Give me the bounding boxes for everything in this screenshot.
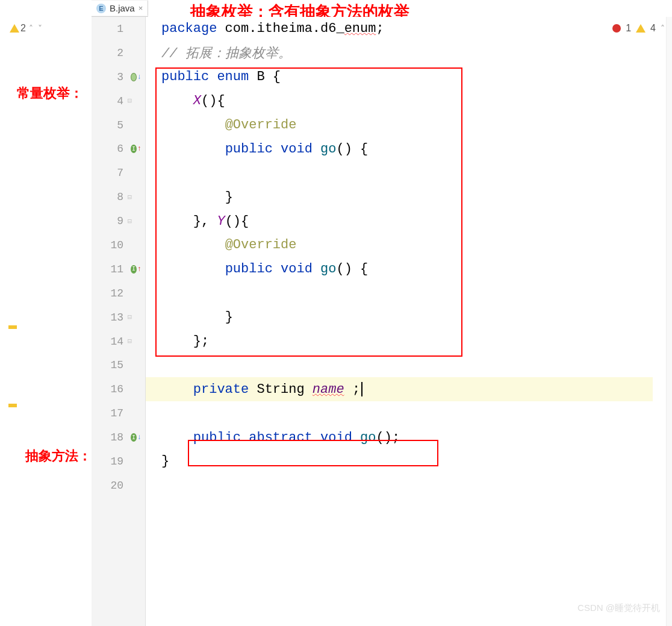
fold-icon[interactable]: ⊟ — [128, 96, 132, 105]
prev-warning-icon[interactable]: ˄ — [27, 23, 35, 33]
code-line: } — [146, 449, 653, 474]
chevron-icon[interactable]: ˄ — [661, 23, 665, 33]
code-line: }; — [146, 330, 653, 354]
line-number[interactable]: 4⊟ — [92, 89, 145, 113]
line-number[interactable]: 19 — [92, 449, 145, 474]
enum-file-icon: E — [96, 4, 106, 13]
warning-count: 4 — [650, 23, 656, 34]
line-number[interactable]: 15 — [92, 353, 145, 377]
inspection-status[interactable]: 1 4 ˄ — [612, 23, 665, 34]
warning-count: 2 — [20, 23, 26, 34]
change-marker — [8, 325, 17, 329]
code-line: @Override — [146, 113, 653, 137]
line-number[interactable]: 8⊟ — [92, 185, 145, 209]
warning-icon — [636, 24, 646, 33]
line-number[interactable]: 12 — [92, 281, 145, 305]
override-down-icon[interactable]: ↓ — [131, 72, 142, 83]
line-number[interactable]: 20 — [92, 474, 145, 498]
fold-icon[interactable]: ⊟ — [128, 337, 132, 346]
implement-down-icon[interactable]: I↓ — [131, 432, 142, 443]
code-line: public void go() { — [146, 257, 653, 281]
tab-filename: B.java — [110, 3, 135, 13]
next-warning-icon[interactable]: ˅ — [36, 23, 44, 33]
line-number[interactable]: 9⊟ — [92, 209, 145, 233]
code-line: public void go() { — [146, 137, 653, 161]
code-line — [146, 353, 653, 377]
line-number[interactable]: 18I↓ — [92, 425, 145, 449]
line-number[interactable]: 1 — [92, 17, 145, 41]
error-icon — [612, 24, 621, 33]
annotation-constant: 常量枚举： — [17, 84, 83, 102]
fold-icon[interactable]: ⊟ — [128, 313, 132, 322]
change-marker — [8, 404, 17, 407]
close-icon[interactable]: × — [138, 4, 143, 13]
line-number[interactable]: 2 — [92, 41, 145, 65]
code-line: public enum B { — [146, 65, 653, 89]
code-line: } — [146, 185, 653, 209]
fold-icon[interactable]: ⊟ — [128, 217, 132, 226]
gutter: 1 2 3↓ 4⊟ 5 6I↑ 7 8⊟ 9⊟ 10 11I↑ 12 13⊟ 1… — [92, 17, 146, 626]
line-number[interactable]: 5 — [92, 113, 145, 137]
line-number[interactable]: 10 — [92, 233, 145, 257]
line-number[interactable]: 11I↑ — [92, 257, 145, 281]
code-line: private String name ; — [146, 377, 653, 401]
line-number[interactable]: 14⊟ — [92, 330, 145, 354]
text-caret — [361, 382, 362, 396]
watermark: CSDN @睡觉待开机 — [577, 603, 660, 614]
code-line: public abstract void go(); — [146, 425, 653, 449]
scrollbar[interactable] — [666, 17, 672, 626]
code-line — [146, 281, 653, 305]
warning-icon — [10, 24, 19, 33]
code-line: } — [146, 305, 653, 330]
code-line — [146, 474, 653, 498]
tab-b-java[interactable]: E B.java × — [92, 1, 148, 16]
line-number[interactable]: 16 — [92, 377, 145, 401]
implement-up-icon[interactable]: I↑ — [131, 143, 142, 154]
code-line: package com.itheima.d6_enum; — [146, 17, 653, 41]
warnings-indicator[interactable]: 2 ˄ ˅ — [10, 23, 44, 34]
implement-up-icon[interactable]: I↑ — [131, 264, 142, 275]
code-line: X(){ — [146, 89, 653, 113]
code-line: }, Y(){ — [146, 209, 653, 233]
error-count: 1 — [626, 23, 631, 34]
tabs-bar: E B.java × — [92, 0, 148, 17]
line-number[interactable]: 7 — [92, 161, 145, 185]
line-number[interactable]: 17 — [92, 401, 145, 425]
fold-icon[interactable]: ⊟ — [128, 193, 132, 202]
line-number[interactable]: 3↓ — [92, 65, 145, 89]
code-editor[interactable]: package com.itheima.d6_enum; // 拓展：抽象枚举。… — [146, 17, 653, 626]
code-line: // 拓展：抽象枚举。 — [146, 41, 653, 65]
code-line — [146, 161, 653, 185]
line-number[interactable]: 13⊟ — [92, 305, 145, 330]
code-line — [146, 401, 653, 425]
annotation-abstract: 抽象方法： — [25, 447, 92, 465]
code-line: @Override — [146, 233, 653, 257]
line-number[interactable]: 6I↑ — [92, 137, 145, 161]
